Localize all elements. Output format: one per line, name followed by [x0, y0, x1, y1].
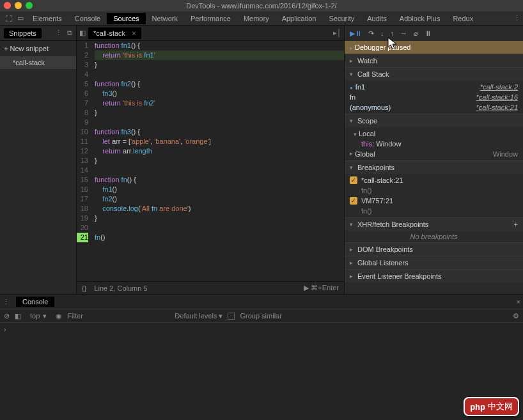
navigator-panel: Snippets ⋮ ⧉ + New snippet *call-stack	[0, 26, 77, 294]
chevron-right-icon	[350, 43, 355, 51]
console-body[interactable]: ›	[0, 323, 523, 419]
tab-application[interactable]: Application	[276, 13, 323, 24]
window-controls	[4, 2, 33, 9]
console-filter-input[interactable]: Filter	[67, 312, 169, 320]
titlebar: DevTools - www.ifunmac.com/2016/12/gifox…	[0, 0, 523, 12]
console-tab[interactable]: Console	[16, 297, 54, 307]
context-select[interactable]: top ▾	[26, 312, 51, 320]
debugger-panel: ▶⏸ ↷ ↓ ↑ → ⌀ ⏸ Debugger paused Watch Cal…	[344, 26, 523, 294]
callstack-frame[interactable]: (anonymous)*call-stack:21	[345, 102, 523, 113]
scope-local[interactable]: Local	[345, 128, 523, 139]
run-hint: ▶ ⌘+Enter	[304, 284, 339, 292]
debugger-paused-banner: Debugger paused	[345, 41, 523, 54]
breakpoint-item[interactable]: ✓VM757:21	[345, 196, 523, 206]
breakpoint-sub: fn()	[345, 206, 523, 216]
console-drawer-kebab-icon[interactable]: ⋮	[3, 298, 10, 306]
close-icon[interactable]: ×	[132, 29, 136, 37]
scope-global[interactable]: GlobalWindow	[345, 149, 523, 159]
inspect-icon[interactable]: ⛶	[3, 13, 15, 24]
minimize-window-icon[interactable]	[15, 2, 22, 9]
snippet-item[interactable]: *call-stack	[0, 56, 76, 69]
tab-adblock[interactable]: Adblock Plus	[393, 13, 447, 24]
tab-security[interactable]: Security	[322, 13, 361, 24]
editor-panel: ◧ *call-stack × ▸│ 123456789101112131415…	[77, 26, 344, 294]
editor-status-bar: {} Line 2, Column 5 ▶ ⌘+Enter	[77, 281, 344, 294]
breakpoint-sub: fn()	[345, 185, 523, 196]
breakpoint-item[interactable]: ✓*call-stack:21	[345, 175, 523, 185]
file-tabs-toggle-icon[interactable]: ◧	[79, 29, 86, 37]
log-levels-select[interactable]: Default levels ▾	[175, 312, 222, 320]
code-editor[interactable]: function fn1() { return 'this is fn1'} f…	[92, 41, 344, 281]
console-sidebar-icon[interactable]: ◧	[15, 312, 21, 320]
step-into-icon[interactable]: ↓	[380, 29, 384, 37]
line-gutter[interactable]: 123456789101112131415161718192021	[77, 41, 92, 281]
snippets-tab[interactable]: Snippets	[4, 28, 42, 38]
status-braces[interactable]: {}	[82, 284, 86, 292]
tab-redux[interactable]: Redux	[446, 13, 480, 24]
console-clear-icon[interactable]: ⊘	[4, 312, 10, 320]
step-out-icon[interactable]: ↑	[391, 29, 394, 37]
device-toggle-icon[interactable]: ▭	[15, 13, 26, 24]
callstack-section[interactable]: Call Stack	[345, 68, 523, 81]
file-tab[interactable]: *call-stack ×	[88, 27, 141, 39]
resume-icon[interactable]: ▶⏸	[350, 29, 362, 38]
scope-section[interactable]: Scope	[345, 114, 523, 127]
global-listeners-section[interactable]: Global Listeners	[345, 256, 523, 269]
tab-elements[interactable]: Elements	[26, 13, 68, 24]
deactivate-bp-icon[interactable]: ⌀	[414, 29, 418, 38]
cursor-position: Line 2, Column 5	[94, 284, 147, 292]
close-window-icon[interactable]	[4, 2, 11, 9]
tab-network[interactable]: Network	[146, 13, 184, 24]
breakpoints-section[interactable]: Breakpoints	[345, 161, 523, 174]
bp-checkbox[interactable]: ✓	[350, 176, 357, 184]
pause-exceptions-icon[interactable]: ⏸	[425, 29, 432, 37]
tab-sources[interactable]: Sources	[107, 13, 145, 24]
tab-audits[interactable]: Audits	[361, 13, 393, 24]
bp-checkbox[interactable]: ✓	[350, 197, 357, 205]
maximize-window-icon[interactable]	[26, 2, 33, 9]
group-similar-checkbox[interactable]	[228, 313, 235, 320]
dom-breakpoints-section[interactable]: DOM Breakpoints	[345, 243, 523, 256]
console-settings-icon[interactable]: ⚙	[513, 312, 519, 320]
navigator-more-icon[interactable]: ⋮	[55, 29, 62, 37]
tab-performance[interactable]: Performance	[184, 13, 237, 24]
new-snippet-button[interactable]: + New snippet	[0, 41, 76, 56]
console-close-icon[interactable]: ×	[517, 298, 520, 306]
main-tabs: ⛶ ▭ Elements Console Sources Network Per…	[0, 12, 523, 26]
kebab-icon[interactable]: ⋮	[510, 14, 520, 22]
add-xhr-bp-icon[interactable]: +	[514, 221, 518, 228]
scope-this[interactable]: this: Window	[345, 139, 523, 149]
watch-section[interactable]: Watch	[345, 54, 523, 67]
group-similar-label: Group similar	[240, 312, 281, 320]
xhr-breakpoints-section[interactable]: XHR/fetch Breakpoints+	[345, 218, 523, 231]
watermark-logo: php中文网	[464, 397, 519, 416]
file-tab-label: *call-stack	[93, 29, 125, 37]
console-drawer: ⋮ Console × ⊘ ◧ top ▾ ◉ Filter Default l…	[0, 294, 523, 419]
callstack-frame[interactable]: fn1*call-stack:2	[345, 82, 523, 92]
eye-icon[interactable]: ◉	[56, 312, 62, 320]
navigator-collapse-icon[interactable]: ⧉	[67, 29, 72, 37]
callstack-frame[interactable]: fn*call-stack:16	[345, 92, 523, 102]
file-tabs-right-toggle-icon[interactable]: ▸│	[333, 29, 341, 37]
tab-console[interactable]: Console	[68, 13, 107, 24]
event-listener-bp-section[interactable]: Event Listener Breakpoints	[345, 270, 523, 283]
console-prompt-icon: ›	[4, 325, 6, 333]
no-breakpoints-label: No breakpoints	[345, 231, 523, 242]
step-over-icon[interactable]: ↷	[368, 29, 374, 38]
tab-memory[interactable]: Memory	[237, 13, 276, 24]
step-icon[interactable]: →	[400, 29, 407, 37]
